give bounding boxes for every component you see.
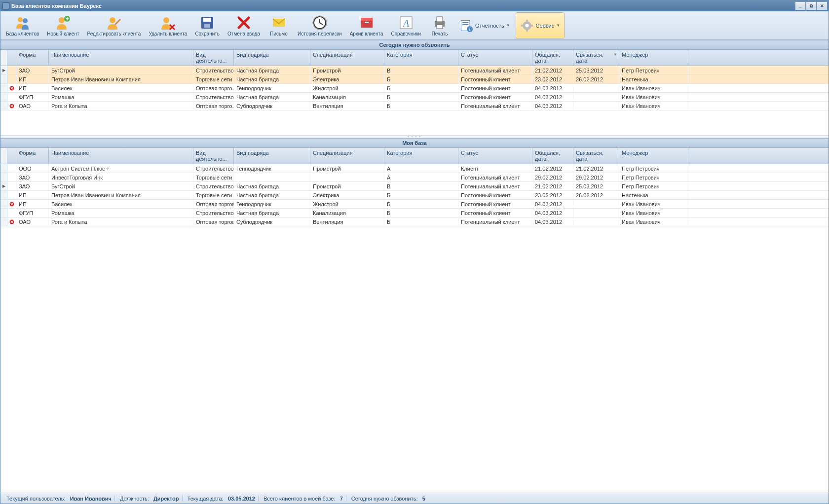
reports-dropdown[interactable]: i Отчетность ▼ [455,12,515,38]
close-button[interactable]: ✕ [817,1,828,10]
cell-contract: Частная бригада [234,66,310,74]
print-button[interactable]: Печать [425,12,454,38]
titlebar: База клиентов компании Баурекс _ ⧉ ✕ [0,0,829,11]
row-flag [7,102,16,110]
delete-person-icon [160,15,176,31]
cell-manager: Иван Иванович [619,84,688,92]
toolbar: База клиентов Новый клиент Редактировать… [0,11,829,40]
cell-spec: Электрика [310,191,384,199]
col-spec[interactable]: Специализация [310,50,384,66]
svg-text:A: A [402,18,410,29]
table-row[interactable]: ▶ЗАОБугСтройСтроительствоЧастная бригада… [0,66,829,75]
table-row[interactable]: ОАОРога и КопытаОптовая торговляСубподря… [0,217,829,226]
col-contract[interactable]: Вид подряда [234,50,310,66]
cell-manager: Иван Иванович [619,209,688,217]
row-flag [7,209,16,217]
cell-form: ИП [16,200,49,208]
col-status[interactable]: Статус [458,50,532,66]
col-category[interactable]: Категория [384,50,458,66]
filter-icon[interactable]: ▼ [613,52,617,57]
cell-contract: Частная бригада [234,209,310,217]
table-row[interactable]: ОООАстрон Систем Плюс +СтроительствоГенп… [0,164,829,173]
archive-button[interactable]: Архив клиента [346,12,387,38]
col-status[interactable]: Статус [458,148,532,164]
cell-status: Постоянный клиент [458,75,532,83]
col-form[interactable]: Форма [16,50,49,66]
grid2-headers: Форма Наименование Вид деятельно... Вид … [0,148,829,164]
indicator-header [0,148,7,164]
minimize-button[interactable]: _ [795,1,806,10]
table-row[interactable]: ИПВасилекОптовая торговляГенподрядчикЖил… [0,200,829,209]
row-flag [7,93,16,101]
col-form[interactable]: Форма [16,148,49,164]
cell-activity: Торговые сети [193,75,234,83]
table-row[interactable]: ОАОРога и КопытаОптовая торго...Субподря… [0,102,829,110]
row-indicator [0,217,7,226]
svg-rect-22 [462,24,468,25]
table-row[interactable]: ИППетров Иван Иванович и КомпанияТорговы… [0,191,829,200]
cell-form: ЗАО [16,66,49,74]
table-row[interactable]: ФГУПРомашкаСтроительствоЧастная бригадаК… [0,93,829,102]
cell-form: ИП [16,191,49,199]
cell-category: A [384,173,458,181]
row-indicator [0,102,7,110]
row-indicator [0,164,7,173]
cell-category: Б [384,75,458,83]
table-row[interactable]: ФГУПРомашкаСтроительствоЧастная бригадаК… [0,209,829,217]
letter-button[interactable]: Письмо [264,12,293,38]
table-row[interactable]: ЗАОИнвестТорговля ИнкТорговые сетиAПотен… [0,173,829,182]
col-date1[interactable]: Общался, дата [532,148,573,164]
cell-spec [310,173,384,181]
cell-date1: 29.02.2012 [532,173,573,181]
new-client-button[interactable]: Новый клиент [43,12,82,38]
main-window: База клиентов компании Баурекс _ ⧉ ✕ Баз… [0,0,829,504]
clients-db-button[interactable]: База клиентов [2,12,42,38]
delete-client-button[interactable]: Удалить клиента [145,12,190,38]
col-name[interactable]: Наименование [49,148,193,164]
references-button[interactable]: A Справочники [387,12,424,38]
history-button[interactable]: История переписки [294,12,345,38]
cancel-button[interactable]: Отмена ввода [224,12,264,38]
grid-my-base: Моя база Форма Наименование Вид деятельн… [0,138,829,226]
col-date2[interactable]: Связаться, дата [573,148,619,164]
cell-date1: 04.03.2012 [532,209,573,217]
cell-form: ЗАО [16,173,49,181]
cell-spec: Жилстрой [310,200,384,208]
svg-rect-13 [361,18,373,21]
col-date2[interactable]: Связаться, дата▼ [573,50,619,66]
col-contract[interactable]: Вид подряда [234,148,310,164]
cell-category: Б [384,93,458,101]
col-name[interactable]: Наименование [49,50,193,66]
table-row[interactable]: ИППетров Иван Иванович и КомпанияТорговы… [0,75,829,84]
cancel-icon [236,15,252,31]
cell-date1: 21.02.2012 [532,164,573,173]
edit-client-button[interactable]: Редактировать клиента [84,12,145,38]
cell-date2: 21.02.2012 [573,164,619,173]
table-row[interactable]: ▶ЗАОБугСтройСтроительствоЧастная бригада… [0,182,829,191]
cell-spec: Промстрой [310,182,384,190]
cell-manager: Петр Петрович [619,173,688,181]
row-flag [7,66,16,74]
cell-manager: Иван Иванович [619,93,688,101]
col-activity[interactable]: Вид деятельно... [193,148,234,164]
cell-contract: Частная бригада [234,75,310,83]
row-indicator [0,173,7,181]
service-dropdown[interactable]: Сервис ▼ [516,12,565,38]
new-person-icon [55,15,71,31]
col-date1[interactable]: Общался, дата [532,50,573,66]
table-row[interactable]: ИПВасилекОптовая торго...ГенподрядчикЖил… [0,84,829,93]
restore-button[interactable]: ⧉ [806,1,817,10]
col-manager[interactable]: Менеджер [619,148,688,164]
cell-contract: Частная бригада [234,191,310,199]
cell-form: ОАО [16,102,49,110]
save-button[interactable]: Сохранить [191,12,223,38]
col-spec[interactable]: Специализация [310,148,384,164]
svg-point-2 [59,17,65,23]
col-manager[interactable]: Менеджер [619,50,688,66]
svg-rect-8 [204,24,210,28]
cell-manager: Иван Иванович [619,102,688,110]
col-category[interactable]: Категория [384,148,458,164]
svg-point-0 [18,17,23,22]
col-activity[interactable]: Вид деятельно... [193,50,234,66]
row-flag [7,191,16,199]
